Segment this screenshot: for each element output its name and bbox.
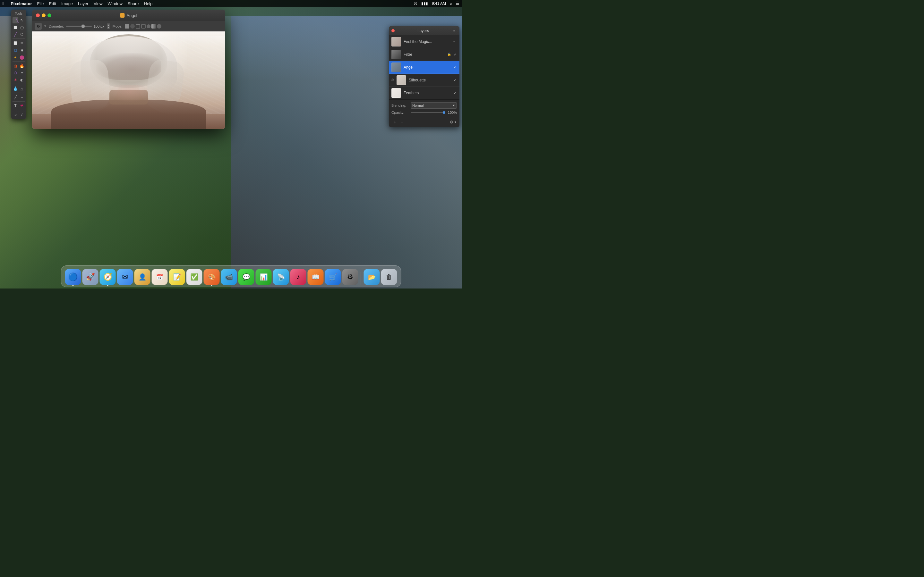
- text-tool[interactable]: T: [13, 103, 18, 109]
- diameter-slider[interactable]: [66, 26, 92, 27]
- gear-icon: ⚙: [37, 24, 40, 29]
- layers-settings-button[interactable]: ⚙ ▼: [450, 120, 457, 124]
- ellipse-select-tool[interactable]: ◯: [19, 24, 25, 31]
- mode-btn-4[interactable]: [141, 24, 145, 29]
- brush-tool[interactable]: ╱: [13, 31, 18, 37]
- paintbrush-tool[interactable]: ⠀╲: [13, 17, 18, 23]
- tool-row-6: ● ⬤: [11, 53, 26, 61]
- opacity-thumb: [443, 111, 445, 114]
- add-layer-button[interactable]: +: [391, 119, 399, 126]
- sponge-tool[interactable]: ◐: [19, 77, 25, 83]
- maximize-button[interactable]: [47, 13, 51, 17]
- dodge-tool[interactable]: ◑: [13, 63, 18, 69]
- blur-tool[interactable]: 💧: [13, 85, 18, 92]
- dock-item-contacts[interactable]: 👤: [134, 269, 150, 285]
- trash-icon: 🗑: [386, 274, 393, 281]
- settings-button[interactable]: ⚙: [35, 23, 42, 30]
- mode-label: Mode:: [113, 24, 123, 28]
- menu-help[interactable]: Help: [144, 1, 153, 6]
- tool-row-13: ⌕ 𝒊: [11, 111, 26, 118]
- paint-bucket-tool[interactable]: ⧫: [19, 47, 25, 53]
- dock-item-pixelmator[interactable]: 🎨: [204, 269, 220, 285]
- diameter-value: 100 px: [94, 24, 104, 28]
- layer-feathers[interactable]: Feathers ✓: [389, 87, 459, 99]
- dock-item-trash[interactable]: 🗑: [381, 269, 397, 285]
- eyedropper-tool[interactable]: 𝒊: [19, 111, 25, 118]
- menu-layer[interactable]: Layer: [78, 1, 89, 6]
- gradient2-tool[interactable]: ━: [19, 94, 25, 100]
- dock-item-folder[interactable]: 📂: [364, 269, 380, 285]
- dock-item-calendar[interactable]: 📅: [152, 269, 168, 285]
- menu-image[interactable]: Image: [61, 1, 73, 6]
- tools-panel: Tools ⠀╲ ↖ ⬜ ◯ ╱ ⬡ ⬜ ✏ ◻ ⧫ ● ⬤ ◑ 🔥 ⬡ ✦ 👁…: [11, 10, 26, 119]
- main-canvas[interactable]: [32, 31, 225, 129]
- tool-row-7: ◑ 🔥: [11, 62, 26, 69]
- remove-layer-button[interactable]: −: [399, 119, 405, 126]
- minimize-button[interactable]: [42, 13, 45, 17]
- control-center-icon[interactable]: ☰: [456, 1, 459, 6]
- zoom-tool[interactable]: ⌕: [13, 111, 18, 118]
- fill-tool[interactable]: ⬤: [19, 54, 25, 60]
- layer-feel-the-magic[interactable]: Feel the Magic... ≡: [389, 35, 459, 48]
- layer-angel[interactable]: Angel ✓: [389, 61, 459, 74]
- opacity-slider[interactable]: [411, 112, 445, 113]
- mode-btn-2[interactable]: [130, 24, 135, 29]
- menu-file[interactable]: File: [37, 1, 44, 6]
- layers-gear-arrow: ▼: [454, 121, 457, 124]
- mode-btn-3[interactable]: [136, 24, 140, 29]
- layer-thumb-feathers: [391, 88, 401, 98]
- eye-tool[interactable]: 👁: [13, 77, 18, 83]
- menu-edit[interactable]: Edit: [49, 1, 56, 6]
- layers-close-button[interactable]: [391, 29, 395, 32]
- dock-item-appstore[interactable]: 🛒: [325, 269, 341, 285]
- transform-tool[interactable]: ⬜: [13, 40, 18, 46]
- heal-tool[interactable]: ✦: [19, 69, 25, 76]
- tool-row-10: 💧 △: [11, 85, 26, 92]
- tool-row-12: T ❤: [11, 102, 26, 109]
- line-tool[interactable]: ╱: [13, 94, 18, 100]
- dock-item-launchpad[interactable]: 🚀: [82, 269, 99, 285]
- gradient-tool[interactable]: ●: [13, 54, 18, 60]
- mode-btn-1[interactable]: [125, 24, 129, 29]
- dock-item-books[interactable]: 📖: [308, 269, 324, 285]
- shape-tool[interactable]: ❤: [19, 103, 25, 109]
- dock-item-numbers[interactable]: 📊: [256, 269, 272, 285]
- layer-filter[interactable]: Filter 🔒 ✓: [389, 48, 459, 61]
- window-controls: [36, 13, 51, 17]
- menu-share[interactable]: Share: [128, 1, 139, 6]
- mode-btn-6[interactable]: [152, 24, 156, 29]
- selection-tool[interactable]: ↖: [19, 17, 25, 23]
- layer-silhouette[interactable]: fx Silhouette ✓: [389, 74, 459, 87]
- notes-icon: 📝: [173, 273, 181, 281]
- mode-btn-5[interactable]: [147, 24, 150, 28]
- burn-tool[interactable]: 🔥: [19, 63, 25, 69]
- dock-item-music[interactable]: ♪: [290, 269, 306, 285]
- mode-btn-7[interactable]: [157, 24, 162, 29]
- pencil-tool[interactable]: ✏: [19, 40, 25, 46]
- dock-item-safari[interactable]: 🧭: [100, 269, 116, 285]
- dock-item-mail[interactable]: ✉: [117, 269, 133, 285]
- menu-window[interactable]: Window: [108, 1, 123, 6]
- search-icon[interactable]: ⌕: [450, 1, 452, 6]
- dock-item-airdrop[interactable]: 📡: [273, 269, 289, 285]
- dock-item-finder[interactable]: 🔵: [65, 269, 81, 285]
- eraser-tool[interactable]: ◻: [13, 47, 18, 53]
- dock-item-sysprefs[interactable]: ⚙: [342, 269, 359, 285]
- apple-menu[interactable]: : [3, 1, 4, 6]
- dock-item-reminders[interactable]: ✅: [186, 269, 202, 285]
- dock-item-facetime[interactable]: 📹: [221, 269, 237, 285]
- layer-menu-feel[interactable]: ≡: [452, 39, 457, 44]
- crop-tool[interactable]: ⬡: [19, 31, 25, 37]
- dock-item-messages[interactable]: 💬: [238, 269, 254, 285]
- dock-item-notes[interactable]: 📝: [169, 269, 185, 285]
- app-name[interactable]: Pixelmator: [11, 1, 32, 6]
- sharpen-tool[interactable]: △: [19, 85, 25, 92]
- close-button[interactable]: [36, 13, 40, 17]
- rect-select-tool[interactable]: ⬜: [13, 24, 18, 31]
- menu-view[interactable]: View: [94, 1, 103, 6]
- stamp-tool[interactable]: ⬡: [13, 69, 18, 76]
- diameter-stepper[interactable]: ▲ ▼: [107, 23, 110, 29]
- tool-row-8: ⬡ ✦: [11, 69, 26, 76]
- layers-menu-button[interactable]: ≡: [452, 28, 457, 33]
- blending-select[interactable]: Normal ▼: [411, 102, 457, 109]
